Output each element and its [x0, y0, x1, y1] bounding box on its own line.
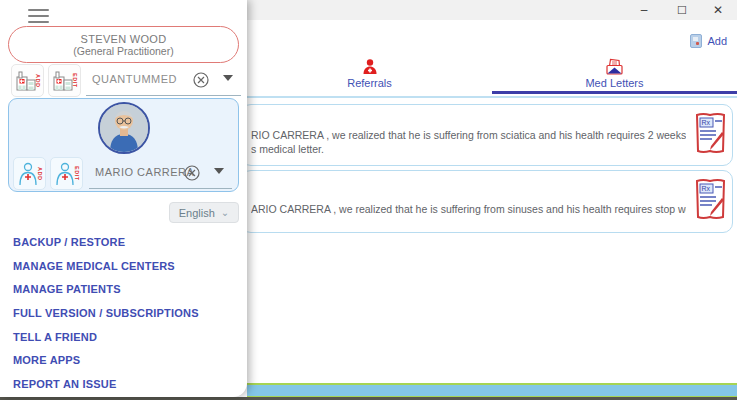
menu-item-tell-a-friend[interactable]: TELL A FRIEND [13, 325, 241, 349]
maximize-button[interactable]: ☐ [671, 3, 693, 18]
patient-select[interactable]: MARIO CARRERA [89, 159, 232, 189]
selected-tab-indicator [492, 91, 737, 94]
letter-text-line1: ARIO CARRERA , we realized that he is su… [251, 202, 686, 216]
menu-item-manage-medical-centers[interactable]: MANAGE MEDICAL CENTERS [13, 254, 241, 278]
add-patient-button[interactable]: ADD [13, 157, 46, 190]
add-label: ADD [35, 74, 41, 87]
menu-item-manage-patients[interactable]: MANAGE PATIENTS [13, 277, 241, 301]
field-underline [89, 188, 232, 189]
doctor-role: (General Practitioner) [73, 45, 173, 57]
tab-referrals[interactable]: Referrals [247, 58, 492, 94]
doctor-name: STEVEN WOOD [81, 33, 167, 45]
x-circle-icon[interactable] [184, 165, 200, 181]
x-circle-icon[interactable] [193, 72, 209, 88]
tab-referrals-label: Referrals [347, 77, 392, 89]
edit-patient-button[interactable]: EDIT [50, 157, 83, 190]
tabs-divider [247, 96, 737, 98]
medical-center-value: QUANTUMMED [92, 73, 177, 85]
menu-item-backup-restore[interactable]: BACKUP / RESTORE [13, 230, 241, 254]
hospital-icon [52, 70, 74, 92]
hospital-icon [15, 70, 37, 92]
svg-text:Rx: Rx [702, 185, 711, 192]
patient-row: ADD EDIT MARIO CARRERA [9, 157, 238, 191]
medical-center-row: ADD EDIT QUANTUMMED [0, 64, 247, 98]
menu-item-full-version-subscriptions[interactable]: FULL VERSION / SUBSCRIPTIONS [13, 301, 241, 325]
add-button[interactable]: Add [690, 34, 727, 48]
add-button-label: Add [707, 35, 727, 47]
med-letter-item[interactable]: ARIO CARRERA , we realized that he is su… [241, 170, 733, 233]
patient-value: MARIO CARRERA [95, 166, 194, 178]
patient-card: ADD EDIT MARIO CARRERA [8, 98, 239, 192]
chevron-down-icon: ⌄ [221, 207, 229, 218]
letter-text-line2: s medical letter. [251, 142, 686, 156]
edit-label: EDIT [74, 166, 80, 181]
tab-med-letters[interactable]: Med Letters [492, 58, 737, 94]
ad-banner [247, 383, 737, 398]
medical-center-select[interactable]: QUANTUMMED [86, 66, 241, 96]
edit-medical-center-button[interactable]: EDIT [48, 64, 81, 97]
chevron-down-icon[interactable] [223, 75, 233, 81]
minimize-button[interactable]: – [633, 3, 655, 18]
menu-item-report-an-issue[interactable]: REPORT AN ISSUE [13, 372, 241, 396]
language-select[interactable]: English ⌄ [169, 202, 239, 223]
envelope-letter-icon [605, 58, 624, 75]
prescription-rx-icon[interactable]: Rx [694, 112, 727, 154]
patient-avatar[interactable] [98, 102, 150, 154]
menu-item-more-apps[interactable]: MORE APPS [13, 348, 241, 372]
patient-icon [17, 162, 39, 186]
close-button[interactable]: ✕ [707, 3, 729, 18]
prescription-rx-icon[interactable]: Rx [694, 178, 727, 220]
new-document-icon [690, 34, 702, 48]
chevron-down-icon[interactable] [214, 168, 224, 174]
tab-bar: Referrals Med Letters [247, 58, 737, 94]
letter-text-line1: RIO CARRERA , we realized that he is suf… [251, 128, 686, 142]
edit-label: EDIT [72, 73, 78, 88]
tab-med-letters-label: Med Letters [585, 77, 643, 89]
elderly-man-avatar-icon [100, 104, 148, 152]
doctor-card: STEVEN WOOD (General Practitioner) [8, 26, 239, 63]
add-medical-center-button[interactable]: ADD [11, 64, 44, 97]
med-letter-item[interactable]: RIO CARRERA , we realized that he is suf… [241, 104, 733, 166]
app-screen: – ☐ ✕ Add Referrals Med Letters [0, 0, 737, 400]
drawer-menu: BACKUP / RESTORE MANAGE MEDICAL CENTERS … [13, 230, 241, 396]
field-underline [86, 95, 241, 96]
language-value: English [179, 207, 215, 219]
navigation-drawer: STEVEN WOOD (General Practitioner) ADD [0, 0, 247, 397]
patient-icon [54, 162, 76, 186]
add-label: ADD [37, 167, 43, 180]
person-icon [362, 58, 378, 75]
svg-text:Rx: Rx [702, 119, 711, 126]
hamburger-menu-icon[interactable] [28, 9, 49, 27]
